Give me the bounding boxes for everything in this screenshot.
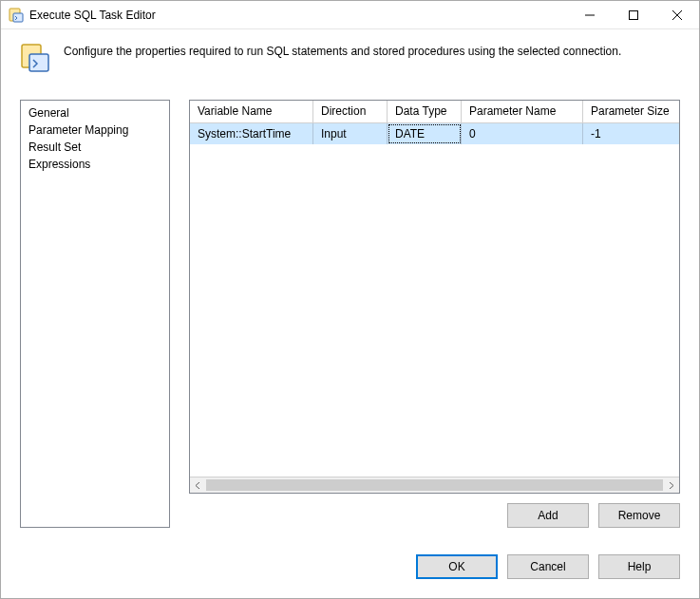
add-button[interactable]: Add xyxy=(507,503,589,528)
scroll-thumb[interactable] xyxy=(206,479,663,491)
cell-parameter-size[interactable]: -1 xyxy=(583,123,679,144)
svg-rect-2 xyxy=(630,10,638,19)
dialog-description: Configure the properties required to run… xyxy=(64,43,621,58)
grid-header: Variable Name Direction Data Type Parame… xyxy=(190,101,679,123)
sidebar: General Parameter Mapping Result Set Exp… xyxy=(20,100,170,528)
grid-row[interactable]: System::StartTime Input DATE 0 -1 xyxy=(190,123,679,144)
remove-button[interactable]: Remove xyxy=(598,503,680,528)
scroll-track[interactable] xyxy=(206,477,663,493)
col-variable-name[interactable]: Variable Name xyxy=(190,101,313,122)
cancel-button[interactable]: Cancel xyxy=(507,554,589,579)
main-pane: Variable Name Direction Data Type Parame… xyxy=(189,100,680,528)
sidebar-item-general[interactable]: General xyxy=(21,104,169,122)
sidebar-item-result-set[interactable]: Result Set xyxy=(21,139,169,156)
window-title: Execute SQL Task Editor xyxy=(29,9,156,22)
help-button[interactable]: Help xyxy=(598,554,680,579)
grid-body: System::StartTime Input DATE 0 -1 xyxy=(190,123,679,477)
dialog-window: Execute SQL Task Editor Configure the pr… xyxy=(0,0,700,599)
cell-variable-name[interactable]: System::StartTime xyxy=(190,123,313,144)
col-parameter-size[interactable]: Parameter Size xyxy=(583,101,679,122)
svg-rect-1 xyxy=(13,13,23,22)
maximize-button[interactable] xyxy=(612,1,655,29)
col-data-type[interactable]: Data Type xyxy=(388,101,462,122)
sidebar-item-parameter-mapping[interactable]: Parameter Mapping xyxy=(21,122,169,139)
cell-parameter-name[interactable]: 0 xyxy=(462,123,583,144)
app-icon xyxy=(9,8,24,23)
scroll-right-icon[interactable] xyxy=(663,477,679,493)
col-direction[interactable]: Direction xyxy=(313,101,388,122)
task-icon xyxy=(20,43,50,73)
ok-button[interactable]: OK xyxy=(416,554,498,579)
parameter-grid: Variable Name Direction Data Type Parame… xyxy=(189,100,680,494)
cell-direction[interactable]: Input xyxy=(313,123,388,144)
svg-rect-4 xyxy=(29,54,48,71)
sidebar-item-expressions[interactable]: Expressions xyxy=(21,156,169,173)
cell-data-type[interactable]: DATE xyxy=(388,123,462,144)
dialog-buttons: OK Cancel Help xyxy=(1,535,699,598)
minimize-button[interactable] xyxy=(568,1,612,29)
scroll-left-icon[interactable] xyxy=(190,477,206,493)
grid-buttons: Add Remove xyxy=(189,494,680,528)
titlebar: Execute SQL Task Editor xyxy=(1,1,699,29)
col-parameter-name[interactable]: Parameter Name xyxy=(462,101,583,122)
header-row: Configure the properties required to run… xyxy=(1,29,699,81)
horizontal-scrollbar[interactable] xyxy=(190,477,679,493)
close-button[interactable] xyxy=(655,1,699,29)
